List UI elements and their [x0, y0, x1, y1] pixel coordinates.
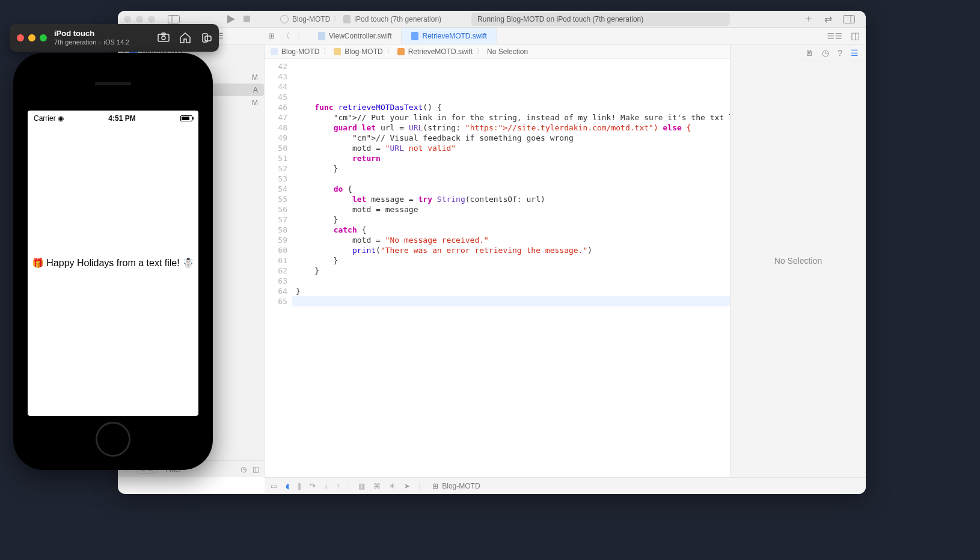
- line-gutter: 4243444546474849505152535455565758596061…: [265, 59, 292, 477]
- tab-viewcontroller[interactable]: ViewController.swift: [308, 28, 402, 44]
- app-icon-placeholder: [280, 15, 289, 23]
- step-over-icon[interactable]: ↷: [310, 482, 316, 490]
- forward-icon[interactable]: 〉: [297, 31, 305, 41]
- toolbar-center: Blog-MOTD 〉 iPod touch (7th generation) …: [227, 13, 799, 26]
- tab-retrievemotd[interactable]: RetrieveMOTD.swift: [402, 28, 497, 44]
- history-inspector-icon[interactable]: ◷: [822, 48, 829, 58]
- clock: 4:51 PM: [108, 114, 135, 123]
- simulator-device: Carrier ◉ 4:51 PM 🎁 Happy Holidays from …: [13, 53, 213, 470]
- recent-icon[interactable]: ◷: [240, 465, 247, 473]
- xcode-window: Blog-MOTD 〉 iPod touch (7th generation) …: [118, 11, 866, 494]
- chevron-right-icon: 〉: [476, 46, 483, 56]
- tab-label: ViewController.swift: [329, 32, 391, 40]
- close-dot[interactable]: [124, 16, 131, 23]
- close-dot[interactable]: [17, 34, 24, 41]
- back-icon[interactable]: 〈: [282, 31, 290, 41]
- sim-title-block: iPod touch 7th generation – iOS 14.2: [54, 29, 129, 46]
- toggle-debug-area-icon[interactable]: ▭: [271, 482, 277, 490]
- chevron-right-icon: 〉: [323, 46, 330, 56]
- screenshot-icon[interactable]: [158, 32, 170, 43]
- xcode-titlebar: Blog-MOTD 〉 iPod touch (7th generation) …: [118, 11, 866, 28]
- svg-rect-9: [205, 36, 211, 41]
- tab-label: RetrieveMOTD.swift: [422, 32, 486, 40]
- assistant-icon[interactable]: ◫: [851, 30, 860, 41]
- project-icon: [271, 48, 278, 55]
- activity-status-text: Running Blog-MOTD on iPod touch (7th gen…: [477, 15, 643, 23]
- inspector-tabs: 🗎 ◷ ? ☰: [730, 44, 866, 61]
- simulator-titlebar: iPod touch 7th generation – iOS 14.2: [10, 24, 219, 52]
- pause-icon[interactable]: ‖: [298, 482, 301, 490]
- window-traffic-lights: [124, 16, 155, 23]
- code-area[interactable]: func retrieveMOTDasText() { "cm">// Put …: [292, 59, 730, 477]
- code-review-icon[interactable]: ⇄: [824, 13, 832, 25]
- debug-view-icon[interactable]: ▥: [358, 482, 365, 490]
- crumb: No Selection: [487, 47, 528, 56]
- sim-device-name: iPod touch: [54, 29, 129, 38]
- scheme-project: Blog-MOTD: [292, 15, 330, 23]
- folder-icon: [334, 48, 341, 55]
- activity-status: Running Blog-MOTD on iPod touch (7th gen…: [471, 13, 730, 26]
- navigator-tab-toolbar: ▦ ⎇ 🏷 ⚠︎ ◇ ☰ ◧ ☰ ⊞ 〈 〉 ViewController.sw…: [118, 28, 866, 44]
- stop-button[interactable]: [243, 16, 250, 22]
- scm-status: M: [252, 73, 258, 82]
- earpiece: [95, 82, 131, 85]
- crumb: RetrieveMOTD.swift: [408, 47, 473, 56]
- minimap-icon[interactable]: ≣≣: [827, 30, 842, 41]
- editor-tabs: ViewController.swift RetrieveMOTD.swift: [308, 28, 497, 44]
- location-icon[interactable]: ➤: [404, 482, 410, 490]
- scm-status: M: [252, 99, 258, 107]
- file-inspector-icon[interactable]: 🗎: [805, 48, 813, 58]
- svg-rect-0: [168, 15, 180, 23]
- env-overrides-icon[interactable]: ☀︎: [389, 482, 396, 490]
- battery-icon: [180, 115, 192, 121]
- svg-rect-3: [844, 15, 855, 23]
- scheme-device: iPod touch (7th generation): [354, 15, 441, 23]
- attributes-inspector-icon[interactable]: ☰: [851, 48, 859, 58]
- debug-bar: ▭ ◖ ‖ ↷ ↓ ↑ | ▥ ⌘ ☀︎ ➤ | ⊞ Blog-MOTD: [265, 477, 866, 494]
- scheme-selector[interactable]: Blog-MOTD 〉 iPod touch (7th generation): [280, 15, 441, 23]
- editor-history: ⊞ 〈 〉: [265, 31, 308, 41]
- device-icon: [343, 15, 351, 23]
- source-editor[interactable]: 4243444546474849505152535455565758596061…: [265, 59, 730, 477]
- jump-bar[interactable]: Blog-MOTD 〉 Blog-MOTD 〉 RetrieveMOTD.swi…: [265, 44, 730, 59]
- zoom-dot[interactable]: [148, 16, 155, 23]
- library-plus-icon[interactable]: ＋: [804, 13, 813, 25]
- swift-file-icon: [318, 32, 325, 40]
- carrier-label: Carrier ◉: [34, 114, 64, 123]
- related-items-icon[interactable]: ⊞: [268, 31, 275, 40]
- editor-display-options: ≣≣ ◫: [827, 30, 866, 41]
- toggle-inspector-icon[interactable]: [843, 15, 855, 23]
- zoom-dot[interactable]: [40, 34, 47, 41]
- memory-graph-icon[interactable]: ⌘: [373, 482, 381, 490]
- scm-filter-icon[interactable]: ◫: [253, 465, 259, 473]
- sim-traffic-lights: [17, 34, 47, 41]
- step-into-icon[interactable]: ↓: [324, 482, 328, 490]
- debug-target[interactable]: ⊞ Blog-MOTD: [432, 482, 480, 490]
- crumb: Blog-MOTD: [345, 47, 382, 56]
- minimize-dot[interactable]: [136, 16, 143, 23]
- toggle-navigator-icon[interactable]: [166, 14, 182, 25]
- chevron-right-icon: 〉: [387, 46, 394, 56]
- inspector-placeholder: No Selection: [774, 256, 822, 266]
- swift-file-icon: [411, 32, 418, 40]
- home-icon[interactable]: [179, 32, 191, 43]
- simulator-screen[interactable]: Carrier ◉ 4:51 PM 🎁 Happy Holidays from …: [28, 111, 198, 416]
- target-icon: ⊞: [432, 482, 438, 490]
- motd-label: 🎁 Happy Holidays from a text file! ☃️: [28, 257, 198, 269]
- help-inspector-icon[interactable]: ?: [838, 48, 842, 58]
- toolbar-right: ＋ ⇄: [804, 13, 860, 25]
- wifi-icon: ◉: [58, 114, 64, 123]
- ios-status-bar: Carrier ◉ 4:51 PM: [28, 111, 198, 123]
- sim-device-subtitle: 7th generation – iOS 14.2: [54, 38, 129, 46]
- run-button[interactable]: [227, 15, 235, 23]
- minimize-dot[interactable]: [28, 34, 35, 41]
- home-button[interactable]: [96, 422, 130, 457]
- svg-rect-5: [158, 34, 169, 41]
- rotate-icon[interactable]: [201, 32, 212, 43]
- sim-toolbar-actions: [158, 32, 212, 43]
- step-out-icon[interactable]: ↑: [336, 482, 340, 490]
- chevron-right-icon: 〉: [334, 15, 340, 23]
- debug-target-name: Blog-MOTD: [442, 482, 480, 490]
- swift-file-icon: [397, 48, 405, 55]
- breakpoints-icon[interactable]: ◖: [286, 482, 289, 490]
